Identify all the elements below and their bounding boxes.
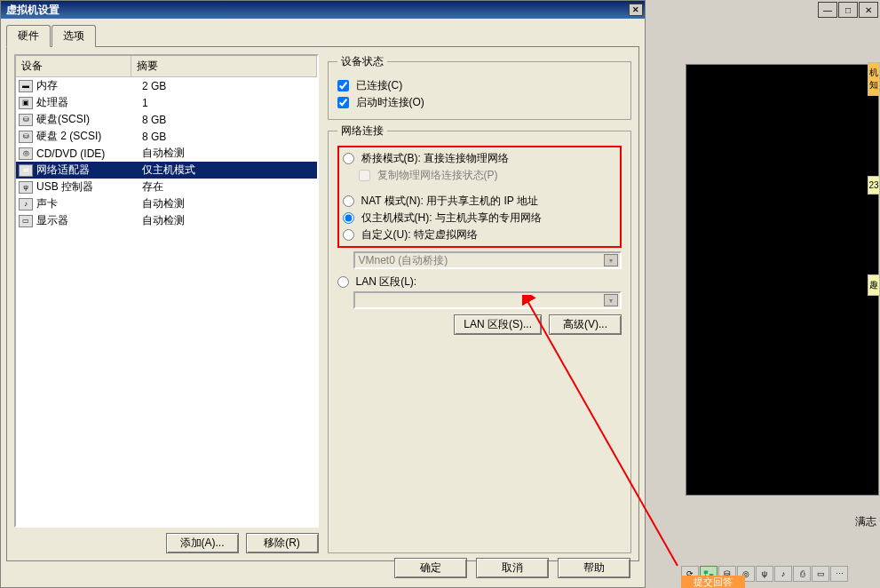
ok-button[interactable]: 确定 <box>394 558 467 578</box>
minimize-icon[interactable]: — <box>818 2 837 18</box>
device-row[interactable]: ψUSB 控制器存在 <box>16 179 317 195</box>
connected-checkbox[interactable] <box>337 80 349 91</box>
device-summary: 自动检测 <box>142 196 314 211</box>
side-tag-1[interactable]: 机知 <box>868 62 880 96</box>
device-row[interactable]: ⇄网络适配器仅主机模式 <box>16 162 317 179</box>
network-group: 网络连接 桥接模式(B): 直接连接物理网络 复制物理网络连接状态(P) NAT… <box>328 123 632 553</box>
tab-content: 设备 摘要 ▬内存2 GB▣处理器1⛁硬盘(SCSI)8 GB⛁硬盘 2 (SC… <box>6 46 639 561</box>
side-tags: 机知 23 趣 <box>868 62 880 296</box>
device-summary: 8 GB <box>142 114 314 126</box>
replicate-checkbox <box>359 170 370 181</box>
side-tag-2[interactable]: 23 <box>868 176 880 195</box>
device-name: 声卡 <box>36 196 142 211</box>
remove-button[interactable]: 移除(R) <box>246 533 319 553</box>
background-area: — □ ✕ 机知 23 趣 满志 ⟳ ⛁ ◎ ψ ♪ ⎙ ▭ ⋯ 提交回答 <box>646 0 880 588</box>
dialog-buttons: 确定 取消 帮助 <box>394 558 630 578</box>
more-status-icon[interactable]: ⋯ <box>830 566 848 582</box>
nat-label: NAT 模式(N): 用于共享主机的 IP 地址 <box>361 194 538 209</box>
svg-rect-0 <box>704 571 708 575</box>
device-name: 处理器 <box>36 95 142 110</box>
device-panel: 设备 摘要 ▬内存2 GB▣处理器1⛁硬盘(SCSI)8 GB⛁硬盘 2 (SC… <box>14 54 319 553</box>
bottom-hint[interactable]: 提交回答 <box>681 576 745 588</box>
custom-network-value: VMnet0 (自动桥接) <box>359 253 448 268</box>
vm-console[interactable] <box>686 64 879 496</box>
device-row[interactable]: ◎CD/DVD (IDE)自动检测 <box>16 145 317 162</box>
connected-label: 已连接(C) <box>356 78 403 93</box>
nat-radio[interactable] <box>343 195 354 207</box>
dialog-title: 虚拟机设置 <box>6 3 59 18</box>
lan-label: LAN 区段(L): <box>356 274 417 290</box>
device-summary: 自动检测 <box>142 146 314 161</box>
device-name: 显示器 <box>36 213 142 228</box>
maximize-icon[interactable]: □ <box>838 2 858 18</box>
status-legend: 设备状态 <box>337 54 387 69</box>
add-button[interactable]: 添加(A)... <box>166 533 239 553</box>
device-summary: 仅主机模式 <box>142 163 314 178</box>
device-buttons: 添加(A)... 移除(R) <box>14 533 319 553</box>
display-status-icon[interactable]: ▭ <box>812 566 829 582</box>
device-icon: ◎ <box>19 147 33 160</box>
advanced-button[interactable]: 高级(V)... <box>549 314 622 335</box>
parent-window-controls: — □ ✕ <box>818 2 878 18</box>
device-row[interactable]: ▣处理器1 <box>16 94 317 111</box>
device-summary: 8 GB <box>142 131 314 143</box>
device-summary: 2 GB <box>142 80 314 92</box>
lan-radio[interactable] <box>337 276 349 288</box>
device-icon: ▬ <box>19 80 33 92</box>
device-row[interactable]: ▭显示器自动检测 <box>16 212 317 229</box>
printer-status-icon[interactable]: ⎙ <box>793 566 811 582</box>
tab-bar: 硬件 选项 <box>6 25 639 47</box>
device-row[interactable]: ⛁硬盘 2 (SCSI)8 GB <box>16 128 317 145</box>
lan-segments-button[interactable]: LAN 区段(S)... <box>454 314 542 335</box>
device-row[interactable]: ▬内存2 GB <box>16 77 317 94</box>
custom-radio[interactable] <box>343 229 354 241</box>
custom-label: 自定义(U): 特定虚拟网络 <box>361 227 478 242</box>
device-icon: ⛁ <box>19 114 33 126</box>
device-row[interactable]: ♪声卡自动检测 <box>16 195 317 212</box>
cancel-button[interactable]: 取消 <box>476 558 549 578</box>
tab-hardware[interactable]: 硬件 <box>6 25 51 47</box>
hostonly-radio[interactable] <box>343 212 354 224</box>
connect-on-power-checkbox[interactable] <box>337 97 349 108</box>
close-icon[interactable]: ✕ <box>629 4 643 16</box>
tab-options[interactable]: 选项 <box>52 25 96 47</box>
settings-panel: 设备状态 已连接(C) 启动时连接(O) 网络连接 桥接模式(B): 直接连接物… <box>328 54 632 553</box>
device-icon: ▭ <box>19 215 33 227</box>
bridged-label: 桥接模式(B): 直接连接物理网络 <box>361 151 510 166</box>
device-summary: 1 <box>142 97 314 109</box>
side-label: 满志 <box>855 514 876 529</box>
device-row[interactable]: ⛁硬盘(SCSI)8 GB <box>16 111 317 128</box>
replicate-label: 复制物理网络连接状态(P) <box>377 168 498 183</box>
device-summary: 存在 <box>142 179 314 195</box>
side-tag-3[interactable]: 趣 <box>868 274 880 296</box>
device-name: USB 控制器 <box>36 179 142 195</box>
device-icon: ♪ <box>19 198 33 211</box>
custom-network-combo: VMnet0 (自动桥接) ▾ <box>353 251 622 269</box>
chevron-down-icon: ▾ <box>604 254 618 266</box>
help-button[interactable]: 帮助 <box>558 558 630 578</box>
device-list[interactable]: 设备 摘要 ▬内存2 GB▣处理器1⛁硬盘(SCSI)8 GB⛁硬盘 2 (SC… <box>14 54 319 528</box>
device-icon: ⇄ <box>19 164 33 177</box>
bridged-radio[interactable] <box>343 153 354 164</box>
device-icon: ▣ <box>19 97 33 109</box>
device-summary: 自动检测 <box>142 213 314 228</box>
lan-segment-combo: ▾ <box>353 291 622 309</box>
highlight-box: 桥接模式(B): 直接连接物理网络 复制物理网络连接状态(P) NAT 模式(N… <box>337 146 622 248</box>
device-name: CD/DVD (IDE) <box>36 147 142 160</box>
device-name: 网络适配器 <box>36 163 142 178</box>
device-icon: ⛁ <box>19 131 33 143</box>
connect-on-power-label: 启动时连接(O) <box>356 95 424 110</box>
usb-status-icon[interactable]: ψ <box>756 566 773 582</box>
col-summary: 摘要 <box>131 56 317 76</box>
dialog-titlebar: 虚拟机设置 ✕ <box>1 1 645 19</box>
device-name: 内存 <box>36 78 142 93</box>
close-icon[interactable]: ✕ <box>859 2 878 18</box>
hostonly-label: 仅主机模式(H): 与主机共享的专用网络 <box>361 211 542 226</box>
device-name: 硬盘 2 (SCSI) <box>36 129 142 144</box>
network-legend: 网络连接 <box>337 123 387 139</box>
chevron-down-icon: ▾ <box>604 294 618 306</box>
vm-settings-dialog: 虚拟机设置 ✕ 硬件 选项 设备 摘要 ▬内存2 GB▣处理器1⛁硬盘(SCSI… <box>0 0 646 588</box>
device-name: 硬盘(SCSI) <box>36 112 142 127</box>
device-header: 设备 摘要 <box>16 56 317 77</box>
sound-status-icon[interactable]: ♪ <box>774 566 792 582</box>
